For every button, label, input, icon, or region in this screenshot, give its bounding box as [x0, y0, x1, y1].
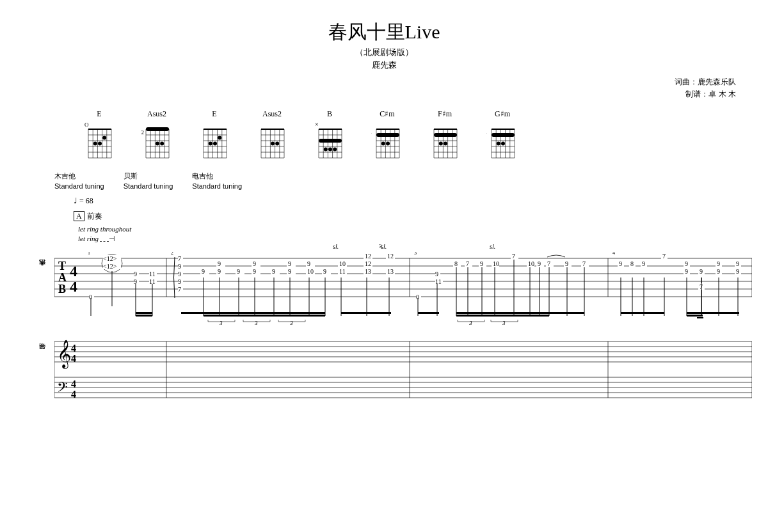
- svg-text:9: 9: [538, 260, 541, 267]
- svg-text:<12>: <12>: [103, 263, 117, 270]
- svg-text:4: 4: [71, 353, 76, 364]
- svg-text:9: 9: [480, 260, 483, 267]
- svg-rect-270: [418, 312, 439, 314]
- svg-text:11: 11: [149, 270, 156, 278]
- svg-text:12: 12: [365, 253, 371, 260]
- svg-text:𝄞: 𝄞: [57, 340, 71, 370]
- svg-text:12: 12: [141, 129, 144, 136]
- svg-text:10: 10: [339, 260, 346, 267]
- svg-rect-311: [697, 317, 703, 318]
- svg-text:9: 9: [178, 270, 181, 278]
- svg-point-92: [381, 142, 385, 146]
- svg-text:3: 3: [468, 320, 472, 326]
- svg-text:9: 9: [202, 268, 205, 275]
- section-letter: A: [74, 211, 84, 221]
- svg-rect-91: [376, 133, 399, 137]
- slide-markers: sl. sl. sl. 3: [54, 243, 736, 252]
- svg-text:10: 10: [528, 260, 534, 267]
- svg-rect-310: [687, 315, 703, 317]
- chord-diagram: E: [198, 109, 230, 161]
- svg-text:9: 9: [565, 260, 568, 267]
- svg-text:4: 4: [612, 252, 615, 256]
- svg-point-93: [386, 142, 390, 146]
- svg-text:9: 9: [685, 260, 688, 267]
- svg-point-77: [333, 148, 337, 152]
- svg-text:7: 7: [178, 255, 181, 262]
- svg-text:13: 13: [387, 268, 394, 275]
- svg-text:9: 9: [178, 263, 181, 270]
- svg-rect-74: [319, 139, 342, 143]
- song-title: 春风十里Live: [32, 19, 736, 45]
- svg-text:7: 7: [547, 260, 550, 267]
- svg-point-31: [160, 142, 164, 146]
- svg-text:9: 9: [272, 268, 275, 275]
- svg-text:9: 9: [717, 268, 720, 275]
- svg-text:13: 13: [365, 268, 371, 275]
- tuning-column: 木吉他Standard tuning: [54, 171, 104, 190]
- svg-point-59: [271, 142, 275, 146]
- svg-point-60: [275, 142, 279, 146]
- svg-text:×: ×: [315, 121, 319, 128]
- svg-point-30: [156, 142, 159, 146]
- svg-rect-271: [456, 312, 584, 314]
- svg-text:11: 11: [435, 278, 442, 285]
- svg-rect-122: [492, 133, 515, 137]
- chord-diagram: G♯m4: [486, 109, 518, 161]
- tempo-marking: ♩ = 68: [74, 196, 736, 206]
- tuning-column: 电吉他Standard tuning: [192, 171, 242, 190]
- song-artist: 鹿先森: [32, 59, 736, 71]
- svg-text:7: 7: [466, 260, 469, 267]
- svg-text:9: 9: [736, 260, 739, 267]
- svg-text:9: 9: [253, 260, 256, 267]
- svg-text:3: 3: [254, 320, 258, 326]
- let-ring-2: let ring⊣: [78, 234, 736, 243]
- svg-text:4: 4: [371, 129, 372, 136]
- svg-text:<12>: <12>: [103, 255, 117, 262]
- svg-text:𝄢: 𝄢: [57, 380, 68, 398]
- svg-text:3: 3: [219, 320, 223, 326]
- svg-text:9: 9: [134, 270, 137, 278]
- svg-text:3: 3: [414, 252, 417, 256]
- svg-text:4: 4: [70, 278, 77, 295]
- svg-text:9: 9: [642, 260, 645, 267]
- svg-text:8: 8: [454, 260, 458, 267]
- svg-point-108: [444, 142, 447, 146]
- chord-diagram: B×: [314, 109, 346, 161]
- svg-point-107: [439, 142, 443, 146]
- svg-point-45: [213, 142, 217, 146]
- svg-text:9: 9: [237, 268, 240, 275]
- section-label: A前奏: [74, 211, 736, 222]
- svg-text:9: 9: [619, 260, 622, 267]
- svg-text:1: 1: [88, 252, 90, 256]
- svg-text:9: 9: [736, 268, 739, 275]
- song-subtitle: （北展剧场版）: [32, 47, 736, 58]
- chord-diagram: EO: [83, 109, 115, 161]
- svg-text:7: 7: [178, 286, 181, 293]
- svg-text:9: 9: [307, 260, 310, 267]
- svg-text:8: 8: [630, 260, 634, 267]
- tablature-svg: T A B 4 4 1 2 3 4 0 <12> <12> 9 9 11 11: [54, 252, 752, 399]
- svg-text:9: 9: [218, 260, 221, 267]
- svg-text:9: 9: [685, 268, 688, 275]
- tuning-row: 木吉他Standard tuning贝斯Standard tuning电吉他St…: [54, 171, 736, 190]
- svg-text:9: 9: [218, 268, 221, 275]
- svg-point-75: [324, 148, 328, 152]
- svg-text:4: 4: [71, 343, 76, 354]
- svg-text:10: 10: [307, 268, 314, 275]
- lyrics-value: 鹿先森乐队: [698, 77, 736, 86]
- svg-text:12: 12: [387, 253, 394, 260]
- svg-point-46: [218, 136, 221, 140]
- tab-value: 卓 木 木: [708, 90, 736, 98]
- svg-text:9: 9: [288, 268, 291, 275]
- section-name: 前奏: [87, 212, 102, 221]
- svg-text:3: 3: [502, 320, 506, 326]
- svg-rect-309: [687, 312, 739, 314]
- svg-text:T: T: [58, 260, 66, 272]
- svg-text:7: 7: [662, 253, 666, 260]
- svg-text:9: 9: [323, 268, 326, 275]
- svg-text:4: 4: [486, 129, 487, 136]
- svg-text:7: 7: [512, 253, 515, 260]
- chord-diagram: C♯m4: [371, 109, 403, 161]
- tab-label: 制谱：: [685, 90, 708, 98]
- svg-text:4: 4: [70, 263, 77, 279]
